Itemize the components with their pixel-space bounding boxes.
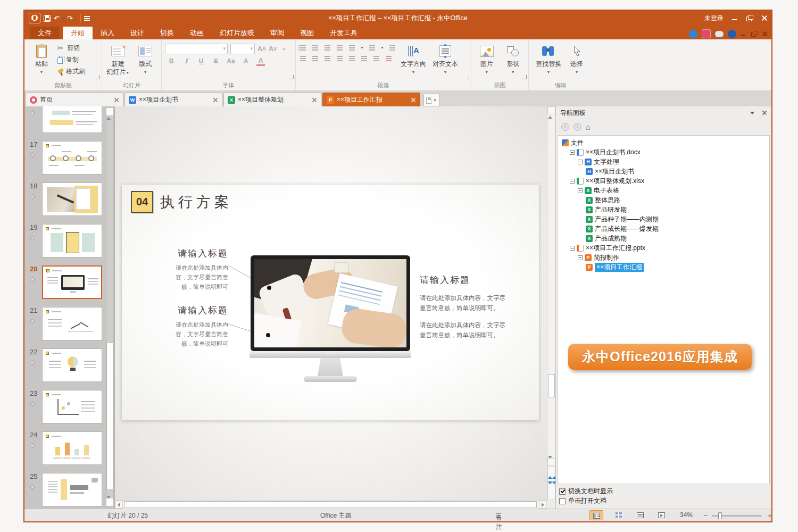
tree-expander-icon[interactable] [570,150,575,155]
next-slide-button[interactable] [547,484,555,500]
tree-item-9[interactable]: X产品种子期——内测期 [560,214,768,224]
undo-button[interactable]: ↶▼ [54,14,64,22]
slide-thumbnail-18[interactable]: 18 [24,182,105,223]
tree-item-11[interactable]: X产品成熟期 [560,234,768,243]
find-replace-button[interactable]: 查找替换▼ [534,42,563,81]
scroll-up-icon[interactable] [547,106,555,114]
slide-thumbnail-16[interactable]: 16 [24,106,105,140]
char-spacing-icon[interactable] [368,44,376,51]
slide-canvas[interactable]: 04 执行方案 [115,106,547,500]
tree-item-10[interactable]: X产品成长期——爆发期 [560,224,768,234]
login-status[interactable]: 未登录 [704,14,724,23]
view-slideshow-button[interactable] [654,510,668,520]
justify-icon[interactable] [336,55,344,62]
thumbnail-preview[interactable] [42,265,102,299]
left-text-block-2[interactable]: 请输入标题请在此处添加具体内容，文字尽量言简意赅，简单说明即可 [147,304,228,348]
tree-item-1[interactable]: 文件 [560,138,768,147]
doc-minimize-button[interactable] [741,31,747,37]
tab-close-icon[interactable] [213,97,218,103]
ribbon-tab-6[interactable]: 动画 [182,27,212,39]
distribute-icon[interactable] [348,55,356,62]
slide-title[interactable]: 执行方案 [160,193,232,212]
view-sorter-button[interactable] [612,510,626,520]
align-right-icon[interactable] [323,55,331,62]
thumbnail-preview[interactable] [42,348,102,382]
vertical-scrollbar[interactable] [547,106,555,500]
font-dialog-launcher[interactable] [289,75,294,79]
yozo-store-icon[interactable] [702,30,710,38]
select-button[interactable]: 选择▼ [566,42,588,81]
thumbnail-preview[interactable] [42,473,102,506]
format-painter-button[interactable]: 格式刷 [57,66,85,77]
previous-slide-button[interactable] [547,467,555,483]
monitor-graphic[interactable] [251,255,410,351]
tab-close-icon[interactable] [411,97,416,103]
layout-button[interactable]: 版式▼ [133,42,159,81]
columns-icon[interactable] [388,44,396,51]
tree-item-13[interactable]: P简报制作 [560,253,768,262]
ribbon-tab-4[interactable]: 设计 [122,27,152,39]
zoom-slider[interactable] [712,515,762,517]
nav-back-button[interactable]: ‹ [561,123,569,131]
font-size-select[interactable] [230,44,255,54]
grow-font-button[interactable]: A˄ [257,45,266,54]
copy-button[interactable]: 复制 [57,55,85,65]
customize-toolbar-button[interactable]: ▼ [84,16,94,21]
thumbnail-preview[interactable] [42,106,102,133]
animation-star-icon[interactable] [30,277,35,282]
illustrations-dialog-launcher[interactable] [522,75,527,79]
ribbon-tab-2[interactable]: 开始 [63,27,93,39]
zoom-slider-thumb[interactable] [718,512,722,519]
yozo-account-icon[interactable] [728,30,736,38]
doc-close-button[interactable] [762,31,768,37]
checkbox-icon[interactable] [559,488,566,495]
thumbnail-preview[interactable] [42,390,102,423]
thumbnail-preview[interactable] [42,224,102,257]
thumb-scroll-down-icon[interactable] [106,498,113,506]
right-text-block[interactable]: 请输入标题请在此处添加具体内容，文字尽量言简意赅，简单说明即可。请在此处添加具体… [420,274,539,340]
tree-item-4[interactable]: H××项目企划书 [560,167,768,176]
tree-expander-icon[interactable] [578,255,583,260]
tab-close-icon[interactable] [114,97,119,103]
tree-expander-icon[interactable] [578,188,583,193]
nav-checkbox-2[interactable]: 单击打开文档 [559,496,606,505]
tree-item-6[interactable]: X电子表格 [560,186,768,195]
animation-star-icon[interactable] [30,443,35,448]
underline-icon[interactable]: U [197,57,205,66]
thumbnail-scrollbar[interactable] [106,107,114,506]
view-normal-button[interactable] [589,510,603,520]
scroll-right-icon[interactable] [539,501,547,509]
animation-star-icon[interactable] [30,111,35,117]
tree-item-12[interactable]: ××项目工作汇报.pptx [560,243,768,253]
checkbox-icon[interactable] [559,498,566,504]
thumbnail-preview[interactable] [42,431,102,465]
zoom-in-button[interactable]: ＋ [766,511,774,521]
tree-expander-icon[interactable] [570,246,575,251]
picture-button[interactable]: 图片▼ [475,42,499,81]
hscroll-thumb[interactable] [124,501,537,508]
nav-checkbox-1[interactable]: 切换文档时显示 [559,487,613,496]
ribbon-tab-9[interactable]: 视图 [292,27,322,39]
bold-icon[interactable]: B [167,57,176,66]
slide-20[interactable]: 04 执行方案 [122,185,539,420]
animation-star-icon[interactable] [30,360,35,365]
doc-restore-button[interactable] [751,31,758,37]
paragraph-dialog-launcher[interactable] [465,75,469,79]
ribbon-tab-10[interactable]: 开发工具 [322,27,365,39]
tree-item-14[interactable]: P××项目工作汇报 [560,262,768,272]
scroll-left-icon[interactable] [115,501,123,509]
animation-star-icon[interactable] [30,153,35,158]
vscroll-thumb[interactable] [548,374,555,397]
yozo-cloud-icon[interactable] [715,31,724,37]
thumbnail-preview[interactable] [42,182,102,216]
slide-thumbnail-17[interactable]: 17 [24,140,105,182]
ribbon-tab-3[interactable]: 插入 [93,27,122,39]
minimize-button[interactable] [731,15,738,21]
ribbon-tab-5[interactable]: 切换 [152,27,182,39]
document-tab-4[interactable]: P××项目工作汇报 [322,93,420,106]
animation-star-icon[interactable] [30,402,35,407]
thumbnail-preview[interactable] [42,307,102,340]
horizontal-scrollbar[interactable] [115,500,547,509]
text-direction-button[interactable]: 文字方向▼ [398,42,428,81]
animation-star-icon[interactable] [30,485,35,490]
